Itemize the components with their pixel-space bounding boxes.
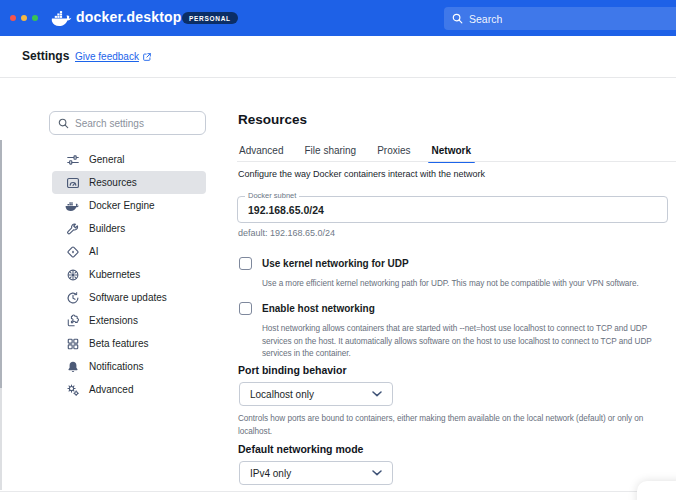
sidebar-item-label: Builders	[89, 223, 125, 234]
minimize-button[interactable]	[21, 15, 27, 21]
tab-proxies[interactable]: Proxies	[377, 145, 410, 161]
sidebar-item-beta-features[interactable]: Beta features	[52, 332, 206, 355]
port-binding-select[interactable]: Localhost only	[239, 382, 393, 406]
tune-icon	[65, 152, 80, 167]
wrench-icon	[65, 221, 80, 236]
whale-icon	[65, 198, 80, 213]
tab-advanced[interactable]: Advanced	[239, 145, 283, 161]
kernel-udp-checkbox[interactable]	[239, 257, 252, 270]
sidebar-scrollbar-thumb[interactable]	[0, 140, 2, 388]
search-icon	[58, 118, 69, 129]
tabs-divider	[237, 161, 676, 162]
page-title: Resources	[238, 112, 307, 127]
sidebar-item-general[interactable]: General	[52, 148, 206, 171]
app-wordmark: docker.desktop	[76, 9, 182, 25]
host-networking-checkbox[interactable]	[239, 302, 252, 315]
host-networking-row: Enable host networking Host networking a…	[239, 302, 666, 361]
port-binding-description: Controls how ports are bound to containe…	[238, 413, 664, 438]
helm-icon	[65, 267, 80, 282]
external-link-icon	[142, 52, 152, 62]
sidebar-scrollbar-track	[0, 388, 2, 490]
sidebar-search[interactable]	[49, 111, 206, 135]
sidebar-item-label: General	[89, 154, 125, 165]
puzzle-icon	[65, 313, 80, 328]
floating-panel-corner	[637, 481, 676, 500]
sidebar-item-label: Docker Engine	[89, 200, 155, 211]
resources-network-panel: Resources Advanced File sharing Proxies …	[237, 0, 676, 500]
kernel-udp-description: Use a more efficient kernel networking p…	[262, 278, 666, 291]
sidebar-item-software-updates[interactable]: Software updates	[52, 286, 206, 309]
docker-desktop-window: docker.desktop PERSONAL Settings Give fe…	[0, 0, 676, 500]
docker-subnet-input[interactable]	[237, 196, 668, 223]
host-networking-label: Enable host networking	[262, 302, 666, 315]
grid-icon	[65, 336, 80, 351]
sidebar-item-builders[interactable]: Builders	[52, 217, 206, 240]
sidebar-item-label: Resources	[89, 177, 137, 188]
networking-mode-value: IPv4 only	[250, 468, 291, 479]
sidebar-item-docker-engine[interactable]: Docker Engine	[52, 194, 206, 217]
close-button[interactable]	[10, 15, 16, 21]
tab-network[interactable]: Network	[432, 145, 471, 161]
docker-whale-logo	[51, 8, 73, 27]
footer-divider	[0, 491, 676, 492]
kernel-udp-label: Use kernel networking for UDP	[262, 257, 666, 270]
gauge-icon	[65, 175, 80, 190]
port-binding-title: Port binding behavior	[238, 364, 347, 376]
sidebar-item-extensions[interactable]: Extensions	[52, 309, 206, 332]
settings-nav: General Resources	[52, 148, 206, 401]
personal-plan-badge: PERSONAL	[182, 12, 238, 24]
chevron-down-icon	[372, 391, 382, 397]
port-binding-value: Localhost only	[250, 389, 314, 400]
host-networking-description: Host networking allows containers that a…	[262, 323, 666, 361]
sidebar-item-label: Extensions	[89, 315, 138, 326]
subnet-default-note: default: 192.168.65.0/24	[238, 228, 335, 238]
sidebar-item-kubernetes[interactable]: Kubernetes	[52, 263, 206, 286]
update-clock-icon	[65, 290, 80, 305]
gears-icon	[65, 382, 80, 397]
sidebar-item-label: Kubernetes	[89, 269, 140, 280]
resources-tabs: Advanced File sharing Proxies Network	[239, 145, 471, 161]
diamond-icon	[65, 244, 80, 259]
traffic-lights	[10, 15, 38, 21]
sidebar-search-input[interactable]	[75, 118, 197, 129]
networking-mode-select[interactable]: IPv4 only	[239, 461, 393, 485]
docker-subnet-field: Docker subnet	[237, 196, 668, 223]
sidebar-item-label: Beta features	[89, 338, 148, 349]
sidebar-item-label: Software updates	[89, 292, 167, 303]
network-intro-text: Configure the way Docker containers inte…	[238, 169, 485, 179]
sidebar-item-label: AI	[89, 246, 98, 257]
sidebar-item-label: Advanced	[89, 384, 133, 395]
sidebar-item-label: Notifications	[89, 361, 143, 372]
give-feedback-link[interactable]: Give feedback	[75, 51, 152, 62]
kernel-udp-row: Use kernel networking for UDP Use a more…	[239, 257, 666, 291]
tab-file-sharing[interactable]: File sharing	[304, 145, 356, 161]
bell-icon	[65, 359, 80, 374]
give-feedback-label: Give feedback	[75, 51, 139, 62]
settings-title: Settings	[22, 49, 69, 63]
maximize-button[interactable]	[32, 15, 38, 21]
sidebar-item-notifications[interactable]: Notifications	[52, 355, 206, 378]
sidebar-item-advanced[interactable]: Advanced	[52, 378, 206, 401]
networking-mode-title: Default networking mode	[238, 443, 363, 455]
chevron-down-icon	[372, 470, 382, 476]
docker-subnet-label: Docker subnet	[245, 192, 299, 200]
sidebar-item-ai[interactable]: AI	[52, 240, 206, 263]
sidebar-item-resources[interactable]: Resources	[52, 171, 206, 194]
